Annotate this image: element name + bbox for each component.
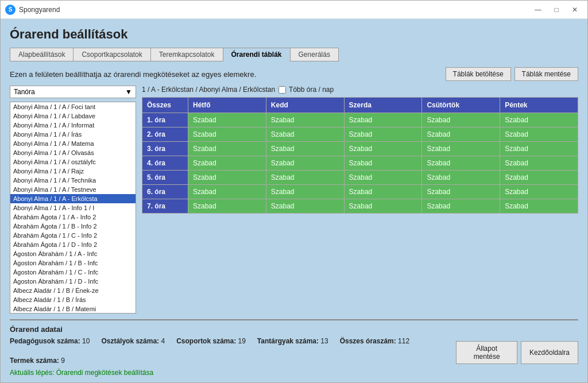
cell-2-4[interactable]: Szabad xyxy=(422,127,500,142)
cell-6-3[interactable]: Szabad xyxy=(344,185,422,199)
list-item[interactable]: Abonyi Alma / 1 / A - Erkölcsta xyxy=(10,194,136,203)
table-row: 5. óraSzabadSzabadSzabadSzabadSzabad xyxy=(142,171,578,185)
cell-5-2[interactable]: Szabad xyxy=(266,171,344,185)
cell-3-2[interactable]: Szabad xyxy=(266,142,344,156)
cell-7-1[interactable]: Szabad xyxy=(188,199,266,214)
cell-3-4[interactable]: Szabad xyxy=(422,142,500,156)
row-label-4: 4. óra xyxy=(142,156,188,171)
list-item[interactable]: Abonyi Alma / 1 / A / Foci tant xyxy=(10,102,136,111)
cell-4-4[interactable]: Szabad xyxy=(422,156,500,171)
tab-orarendi-tablak[interactable]: Órarendi táblák xyxy=(223,48,290,61)
cell-3-3[interactable]: Szabad xyxy=(344,142,422,156)
list-item[interactable]: Abonyi Alma / 1 / A / Rajz xyxy=(10,167,136,176)
cell-1-4[interactable]: Szabad xyxy=(422,113,500,127)
toolbar-row: Ezen a felületen beállíthatja az órarend… xyxy=(10,67,578,81)
list-item[interactable]: Abonyi Alma / 1 / A - Info 1 / I xyxy=(10,203,136,212)
tab-csoportkapcsolatok[interactable]: Csoportkapcsolatok xyxy=(73,48,150,61)
cell-5-4[interactable]: Szabad xyxy=(422,171,500,185)
list-item[interactable]: Ábrahám Ágota / 1 / A - Info 2 xyxy=(10,212,136,222)
cell-1-5[interactable]: Szabad xyxy=(500,113,578,127)
list-item[interactable]: Abonyi Alma / 1 / A / Matema xyxy=(10,139,136,148)
stat-item: Termek száma: 9 xyxy=(10,357,65,365)
cell-4-3[interactable]: Szabad xyxy=(344,156,422,171)
maximize-button[interactable]: □ xyxy=(548,4,564,16)
tab-generalas[interactable]: Generálás xyxy=(290,48,339,61)
table-header-row: ÖsszesHétfőKeddSzerdaCsütörtökPéntek xyxy=(142,98,578,113)
cell-4-1[interactable]: Szabad xyxy=(188,156,266,171)
row-label-6: 6. óra xyxy=(142,185,188,199)
cell-2-1[interactable]: Szabad xyxy=(188,127,266,142)
page-title: Órarend beállítások xyxy=(10,27,578,42)
table-header-hétfő: Hétfő xyxy=(188,98,266,113)
list-item[interactable]: Albecz Aladár / 1 / B / Matemi xyxy=(10,304,136,314)
window-title: Spongyarend xyxy=(19,6,530,14)
table-header-péntek: Péntek xyxy=(500,98,578,113)
table-row: 7. óraSzabadSzabadSzabadSzabadSzabad xyxy=(142,199,578,214)
list-item[interactable]: Abonyi Alma / 1 / A / Olvasás xyxy=(10,148,136,157)
home-button[interactable]: Kezdőoldalra xyxy=(521,341,578,364)
type-dropdown[interactable]: Tanóra ▼ xyxy=(10,86,136,98)
tab-alapbeallitasok[interactable]: Alapbeállítások xyxy=(10,48,73,61)
cell-4-5[interactable]: Szabad xyxy=(500,156,578,171)
table-row: 6. óraSzabadSzabadSzabadSzabadSzabad xyxy=(142,185,578,199)
cell-2-2[interactable]: Szabad xyxy=(266,127,344,142)
list-item[interactable]: Ábrahám Ágota / 1 / D - Info 2 xyxy=(10,240,136,249)
main-window: S Spongyarend — □ ✕ Órarend beállítások … xyxy=(0,0,588,383)
list-item[interactable]: Abonyi Alma / 1 / A / Labdave xyxy=(10,111,136,121)
cell-7-2[interactable]: Szabad xyxy=(266,199,344,214)
cell-7-5[interactable]: Szabad xyxy=(500,199,578,214)
list-item[interactable]: Abonyi Alma / 1 / A / osztályfc xyxy=(10,157,136,167)
list-item[interactable]: Ágoston Ábrahám / 1 / D - Infc xyxy=(10,277,136,286)
stat-item: Pedagógusok száma: 10 xyxy=(10,337,90,345)
cell-5-5[interactable]: Szabad xyxy=(500,171,578,185)
save-tables-button[interactable]: Táblák mentése xyxy=(514,67,578,81)
timetable: ÖsszesHétfőKeddSzerdaCsütörtökPéntek 1. … xyxy=(142,97,578,214)
row-label-7: 7. óra xyxy=(142,199,188,214)
list-item[interactable]: Abonyi Alma / 1 / A / Írás xyxy=(10,130,136,139)
cell-1-3[interactable]: Szabad xyxy=(344,113,422,127)
cell-6-2[interactable]: Szabad xyxy=(266,185,344,199)
cell-2-5[interactable]: Szabad xyxy=(500,127,578,142)
minimize-button[interactable]: — xyxy=(530,4,546,16)
more-hours-checkbox[interactable] xyxy=(278,86,286,94)
table-header-csütörtök: Csütörtök xyxy=(422,98,500,113)
list-item[interactable]: Ábrahám Ágota / 1 / C - Info 2 xyxy=(10,231,136,240)
list-item[interactable]: Ágoston Ábrahám / 1 / C - Infc xyxy=(10,268,136,277)
list-item[interactable]: Ágoston Ábrahám / 1 / B - Infc xyxy=(10,258,136,268)
list-item[interactable]: Abonyi Alma / 1 / A / Informat xyxy=(10,121,136,130)
cell-7-4[interactable]: Szabad xyxy=(422,199,500,214)
save-state-button[interactable]: Állapot mentése xyxy=(456,341,517,364)
checkbox-row: Több óra / nap xyxy=(278,86,334,94)
list-item[interactable]: Ábrahám Ágota / 1 / B - Info 2 xyxy=(10,222,136,231)
stat-item: Osztályok száma: 4 xyxy=(101,337,165,345)
cell-6-4[interactable]: Szabad xyxy=(422,185,500,199)
table-header-összes: Összes xyxy=(142,98,188,113)
bottom-buttons: Állapot mentése Kezdőoldalra xyxy=(456,341,578,364)
cell-5-3[interactable]: Szabad xyxy=(344,171,422,185)
cell-7-3[interactable]: Szabad xyxy=(344,199,422,214)
list-item[interactable]: Albecz Aladár / 1 / B / Ének-ze xyxy=(10,286,136,295)
cell-6-1[interactable]: Szabad xyxy=(188,185,266,199)
list-item[interactable]: Ágoston Ábrahám / 1 / A - Infc xyxy=(10,249,136,258)
list-item[interactable]: Albecz Aladár / 1 / B / Írás xyxy=(10,295,136,304)
list-item[interactable]: Abonyi Alma / 1 / A / Testneve xyxy=(10,185,136,194)
cell-5-1[interactable]: Szabad xyxy=(188,171,266,185)
cell-3-5[interactable]: Szabad xyxy=(500,142,578,156)
cell-4-2[interactable]: Szabad xyxy=(266,156,344,171)
cell-1-1[interactable]: Szabad xyxy=(188,113,266,127)
cell-3-1[interactable]: Szabad xyxy=(188,142,266,156)
close-button[interactable]: ✕ xyxy=(567,4,583,16)
item-list[interactable]: Abonyi Alma / 1 / A / Foci tantAbonyi Al… xyxy=(10,102,136,314)
content-area: Órarend beállítások Alapbeállítások Csop… xyxy=(1,19,587,382)
row-label-5: 5. óra xyxy=(142,171,188,185)
cell-1-2[interactable]: Szabad xyxy=(266,113,344,127)
list-item[interactable]: Abonyi Alma / 1 / A / Technika xyxy=(10,176,136,185)
cell-6-5[interactable]: Szabad xyxy=(500,185,578,199)
row-label-1: 1. óra xyxy=(142,113,188,127)
status-text: Aktuális lépés: Órarendi megkötések beál… xyxy=(10,368,578,377)
cell-2-3[interactable]: Szabad xyxy=(344,127,422,142)
load-tables-button[interactable]: Táblák betöltése xyxy=(446,67,511,81)
chevron-down-icon: ▼ xyxy=(125,88,132,96)
app-icon: S xyxy=(5,5,16,15)
tab-teremkapcsolatok[interactable]: Teremkapcsolatok xyxy=(150,48,223,61)
